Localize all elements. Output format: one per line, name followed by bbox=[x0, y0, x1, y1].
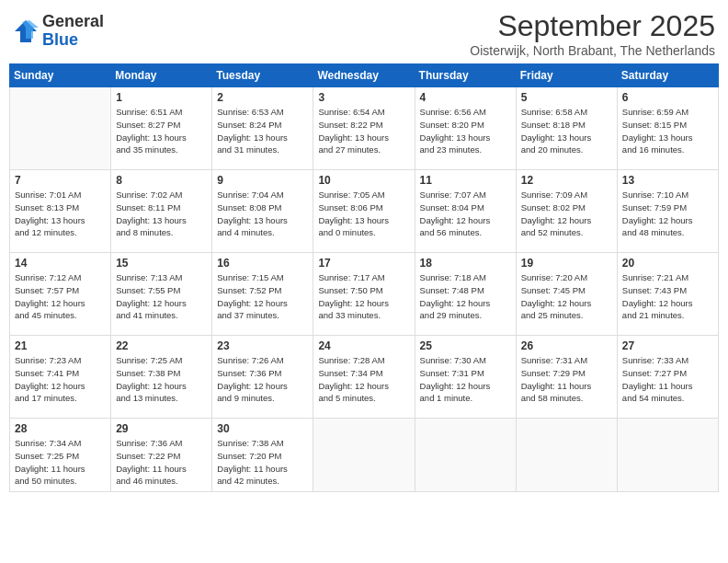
day-info: Sunrise: 7:17 AMSunset: 7:50 PMDaylight:… bbox=[318, 271, 409, 322]
day-number: 4 bbox=[420, 91, 511, 104]
day-info: Sunrise: 7:31 AMSunset: 7:29 PMDaylight:… bbox=[521, 354, 612, 405]
day-info: Sunrise: 7:30 AMSunset: 7:31 PMDaylight:… bbox=[420, 354, 511, 405]
logo: General Blue bbox=[13, 13, 104, 50]
calendar: SundayMondayTuesdayWednesdayThursdayFrid… bbox=[9, 63, 719, 492]
calendar-cell: 6Sunrise: 6:59 AMSunset: 8:15 PMDaylight… bbox=[617, 87, 718, 170]
calendar-cell: 18Sunrise: 7:18 AMSunset: 7:48 PMDayligh… bbox=[415, 253, 516, 336]
day-info: Sunrise: 7:07 AMSunset: 8:04 PMDaylight:… bbox=[420, 189, 511, 239]
logo-blue: Blue bbox=[42, 31, 104, 50]
day-number: 9 bbox=[217, 174, 308, 187]
calendar-cell: 21Sunrise: 7:23 AMSunset: 7:41 PMDayligh… bbox=[10, 336, 111, 419]
day-info: Sunrise: 7:23 AMSunset: 7:41 PMDaylight:… bbox=[15, 354, 106, 405]
page-header: General Blue September 2025 Oisterwijk, … bbox=[9, 9, 719, 58]
day-info: Sunrise: 6:58 AMSunset: 8:18 PMDaylight:… bbox=[521, 106, 612, 156]
day-info: Sunrise: 7:02 AMSunset: 8:11 PMDaylight:… bbox=[116, 189, 207, 239]
calendar-cell: 14Sunrise: 7:12 AMSunset: 7:57 PMDayligh… bbox=[10, 253, 111, 336]
day-info: Sunrise: 6:54 AMSunset: 8:22 PMDaylight:… bbox=[318, 106, 409, 156]
calendar-cell: 24Sunrise: 7:28 AMSunset: 7:34 PMDayligh… bbox=[313, 336, 415, 419]
weekday-header-row: SundayMondayTuesdayWednesdayThursdayFrid… bbox=[10, 64, 719, 87]
calendar-cell: 22Sunrise: 7:25 AMSunset: 7:38 PMDayligh… bbox=[111, 336, 212, 419]
calendar-cell: 28Sunrise: 7:34 AMSunset: 7:25 PMDayligh… bbox=[10, 419, 111, 492]
logo-text: General Blue bbox=[42, 13, 104, 50]
day-info: Sunrise: 7:05 AMSunset: 8:06 PMDaylight:… bbox=[318, 189, 409, 239]
calendar-cell: 25Sunrise: 7:30 AMSunset: 7:31 PMDayligh… bbox=[415, 336, 516, 419]
day-number: 18 bbox=[420, 257, 511, 270]
calendar-cell: 13Sunrise: 7:10 AMSunset: 7:59 PMDayligh… bbox=[617, 170, 718, 253]
day-number: 16 bbox=[217, 257, 308, 270]
calendar-cell: 1Sunrise: 6:51 AMSunset: 8:27 PMDaylight… bbox=[111, 87, 212, 170]
day-number: 20 bbox=[622, 257, 713, 270]
day-number: 13 bbox=[622, 174, 713, 187]
day-info: Sunrise: 7:28 AMSunset: 7:34 PMDaylight:… bbox=[318, 354, 409, 405]
calendar-cell: 3Sunrise: 6:54 AMSunset: 8:22 PMDaylight… bbox=[313, 87, 415, 170]
day-number: 5 bbox=[521, 91, 612, 104]
calendar-cell bbox=[415, 419, 516, 492]
day-info: Sunrise: 7:34 AMSunset: 7:25 PMDaylight:… bbox=[15, 437, 106, 488]
calendar-cell bbox=[617, 419, 718, 492]
weekday-header-sunday: Sunday bbox=[10, 64, 111, 87]
calendar-cell: 23Sunrise: 7:26 AMSunset: 7:36 PMDayligh… bbox=[212, 336, 313, 419]
day-number: 30 bbox=[217, 422, 308, 435]
day-number: 19 bbox=[521, 257, 612, 270]
day-number: 3 bbox=[318, 91, 409, 104]
day-number: 29 bbox=[116, 422, 207, 435]
day-number: 7 bbox=[15, 174, 106, 187]
day-info: Sunrise: 6:51 AMSunset: 8:27 PMDaylight:… bbox=[116, 106, 207, 156]
day-info: Sunrise: 7:21 AMSunset: 7:43 PMDaylight:… bbox=[622, 271, 713, 322]
day-info: Sunrise: 7:15 AMSunset: 7:52 PMDaylight:… bbox=[217, 271, 308, 322]
day-number: 12 bbox=[521, 174, 612, 187]
day-info: Sunrise: 7:12 AMSunset: 7:57 PMDaylight:… bbox=[15, 271, 106, 322]
day-info: Sunrise: 7:25 AMSunset: 7:38 PMDaylight:… bbox=[116, 354, 207, 405]
calendar-cell: 10Sunrise: 7:05 AMSunset: 8:06 PMDayligh… bbox=[313, 170, 415, 253]
day-info: Sunrise: 7:36 AMSunset: 7:22 PMDaylight:… bbox=[116, 437, 207, 488]
day-info: Sunrise: 7:10 AMSunset: 7:59 PMDaylight:… bbox=[622, 189, 713, 239]
day-number: 25 bbox=[420, 339, 511, 352]
day-info: Sunrise: 7:26 AMSunset: 7:36 PMDaylight:… bbox=[217, 354, 308, 405]
day-number: 10 bbox=[318, 174, 409, 187]
calendar-cell: 11Sunrise: 7:07 AMSunset: 8:04 PMDayligh… bbox=[415, 170, 516, 253]
calendar-week-2: 7Sunrise: 7:01 AMSunset: 8:13 PMDaylight… bbox=[10, 170, 719, 253]
day-info: Sunrise: 7:20 AMSunset: 7:45 PMDaylight:… bbox=[521, 271, 612, 322]
day-info: Sunrise: 6:59 AMSunset: 8:15 PMDaylight:… bbox=[622, 106, 713, 156]
day-number: 1 bbox=[116, 91, 207, 104]
calendar-cell: 29Sunrise: 7:36 AMSunset: 7:22 PMDayligh… bbox=[111, 419, 212, 492]
day-number: 2 bbox=[217, 91, 308, 104]
day-number: 27 bbox=[622, 339, 713, 352]
calendar-cell: 16Sunrise: 7:15 AMSunset: 7:52 PMDayligh… bbox=[212, 253, 313, 336]
day-number: 17 bbox=[318, 257, 409, 270]
calendar-week-5: 28Sunrise: 7:34 AMSunset: 7:25 PMDayligh… bbox=[10, 419, 719, 492]
weekday-header-tuesday: Tuesday bbox=[212, 64, 313, 87]
day-number: 15 bbox=[116, 257, 207, 270]
calendar-cell: 2Sunrise: 6:53 AMSunset: 8:24 PMDaylight… bbox=[212, 87, 313, 170]
logo-general: General bbox=[42, 13, 104, 31]
calendar-cell: 17Sunrise: 7:17 AMSunset: 7:50 PMDayligh… bbox=[313, 253, 415, 336]
day-info: Sunrise: 7:04 AMSunset: 8:08 PMDaylight:… bbox=[217, 189, 308, 239]
calendar-week-3: 14Sunrise: 7:12 AMSunset: 7:57 PMDayligh… bbox=[10, 253, 719, 336]
calendar-cell: 19Sunrise: 7:20 AMSunset: 7:45 PMDayligh… bbox=[516, 253, 617, 336]
weekday-header-thursday: Thursday bbox=[415, 64, 516, 87]
day-info: Sunrise: 7:18 AMSunset: 7:48 PMDaylight:… bbox=[420, 271, 511, 322]
day-info: Sunrise: 7:13 AMSunset: 7:55 PMDaylight:… bbox=[116, 271, 207, 322]
calendar-cell: 26Sunrise: 7:31 AMSunset: 7:29 PMDayligh… bbox=[516, 336, 617, 419]
day-info: Sunrise: 7:33 AMSunset: 7:27 PMDaylight:… bbox=[622, 354, 713, 405]
calendar-cell bbox=[313, 419, 415, 492]
calendar-cell: 8Sunrise: 7:02 AMSunset: 8:11 PMDaylight… bbox=[111, 170, 212, 253]
day-number: 28 bbox=[15, 422, 106, 435]
weekday-header-friday: Friday bbox=[516, 64, 617, 87]
weekday-header-saturday: Saturday bbox=[617, 64, 718, 87]
calendar-week-1: 1Sunrise: 6:51 AMSunset: 8:27 PMDaylight… bbox=[10, 87, 719, 170]
calendar-cell: 15Sunrise: 7:13 AMSunset: 7:55 PMDayligh… bbox=[111, 253, 212, 336]
day-info: Sunrise: 6:56 AMSunset: 8:20 PMDaylight:… bbox=[420, 106, 511, 156]
day-number: 24 bbox=[318, 339, 409, 352]
calendar-cell: 9Sunrise: 7:04 AMSunset: 8:08 PMDaylight… bbox=[212, 170, 313, 253]
calendar-cell: 7Sunrise: 7:01 AMSunset: 8:13 PMDaylight… bbox=[10, 170, 111, 253]
calendar-cell: 5Sunrise: 6:58 AMSunset: 8:18 PMDaylight… bbox=[516, 87, 617, 170]
calendar-cell bbox=[10, 87, 111, 170]
day-info: Sunrise: 6:53 AMSunset: 8:24 PMDaylight:… bbox=[217, 106, 308, 156]
day-number: 21 bbox=[15, 339, 106, 352]
day-number: 22 bbox=[116, 339, 207, 352]
location: Oisterwijk, North Brabant, The Netherlan… bbox=[470, 43, 715, 58]
day-info: Sunrise: 7:01 AMSunset: 8:13 PMDaylight:… bbox=[15, 189, 106, 239]
title-area: September 2025 Oisterwijk, North Brabant… bbox=[470, 9, 715, 58]
calendar-week-4: 21Sunrise: 7:23 AMSunset: 7:41 PMDayligh… bbox=[10, 336, 719, 419]
